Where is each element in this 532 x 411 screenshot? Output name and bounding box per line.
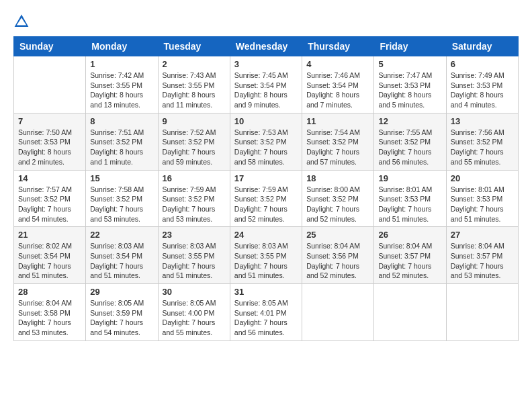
day-number: 22 bbox=[90, 230, 153, 240]
day-number: 14 bbox=[18, 173, 81, 183]
day-number: 25 bbox=[306, 230, 369, 240]
column-header-tuesday: Tuesday bbox=[158, 37, 230, 56]
day-info: Sunrise: 8:00 AM Sunset: 3:52 PM Dayligh… bbox=[306, 185, 369, 224]
day-info: Sunrise: 8:04 AM Sunset: 3:56 PM Dayligh… bbox=[306, 241, 369, 281]
day-info: Sunrise: 7:51 AM Sunset: 3:52 PM Dayligh… bbox=[90, 128, 153, 167]
column-header-friday: Friday bbox=[374, 37, 446, 56]
day-info: Sunrise: 8:02 AM Sunset: 3:54 PM Dayligh… bbox=[18, 241, 81, 281]
column-header-thursday: Thursday bbox=[302, 37, 374, 56]
calendar-week-row: 28Sunrise: 8:04 AM Sunset: 3:58 PM Dayli… bbox=[14, 284, 519, 341]
calendar-cell: 8Sunrise: 7:51 AM Sunset: 3:52 PM Daylig… bbox=[86, 113, 158, 170]
calendar-cell: 11Sunrise: 7:54 AM Sunset: 3:52 PM Dayli… bbox=[302, 113, 374, 170]
calendar-cell: 18Sunrise: 8:00 AM Sunset: 3:52 PM Dayli… bbox=[302, 170, 374, 227]
day-info: Sunrise: 8:01 AM Sunset: 3:53 PM Dayligh… bbox=[451, 185, 514, 224]
day-info: Sunrise: 8:05 AM Sunset: 4:01 PM Dayligh… bbox=[234, 298, 298, 338]
calendar-cell: 25Sunrise: 8:04 AM Sunset: 3:56 PM Dayli… bbox=[302, 227, 374, 284]
day-number: 31 bbox=[234, 287, 298, 297]
calendar-cell: 4Sunrise: 7:46 AM Sunset: 3:54 PM Daylig… bbox=[302, 56, 374, 113]
day-info: Sunrise: 7:57 AM Sunset: 3:52 PM Dayligh… bbox=[18, 185, 81, 224]
day-number: 27 bbox=[451, 230, 514, 240]
header bbox=[13, 13, 519, 30]
calendar-cell: 1Sunrise: 7:42 AM Sunset: 3:55 PM Daylig… bbox=[86, 56, 158, 113]
day-info: Sunrise: 7:54 AM Sunset: 3:52 PM Dayligh… bbox=[306, 128, 369, 167]
calendar-cell: 29Sunrise: 8:05 AM Sunset: 3:59 PM Dayli… bbox=[86, 284, 158, 341]
day-number: 4 bbox=[306, 59, 369, 69]
calendar-cell: 2Sunrise: 7:43 AM Sunset: 3:55 PM Daylig… bbox=[158, 56, 230, 113]
calendar-cell: 17Sunrise: 7:59 AM Sunset: 3:52 PM Dayli… bbox=[230, 170, 302, 227]
day-number: 23 bbox=[163, 230, 226, 240]
day-number: 5 bbox=[378, 59, 441, 69]
column-header-sunday: Sunday bbox=[14, 37, 86, 56]
calendar-week-row: 21Sunrise: 8:02 AM Sunset: 3:54 PM Dayli… bbox=[14, 227, 519, 284]
calendar-week-row: 1Sunrise: 7:42 AM Sunset: 3:55 PM Daylig… bbox=[14, 56, 519, 113]
day-info: Sunrise: 7:47 AM Sunset: 3:53 PM Dayligh… bbox=[378, 71, 441, 110]
day-number: 30 bbox=[163, 287, 226, 297]
day-number: 19 bbox=[378, 173, 441, 183]
day-number: 7 bbox=[18, 116, 81, 126]
calendar-cell: 23Sunrise: 8:03 AM Sunset: 3:55 PM Dayli… bbox=[158, 227, 230, 284]
day-number: 20 bbox=[451, 173, 514, 183]
day-info: Sunrise: 7:49 AM Sunset: 3:53 PM Dayligh… bbox=[451, 71, 514, 110]
day-number: 13 bbox=[451, 116, 514, 126]
day-info: Sunrise: 7:50 AM Sunset: 3:53 PM Dayligh… bbox=[18, 128, 81, 167]
calendar-cell: 19Sunrise: 8:01 AM Sunset: 3:53 PM Dayli… bbox=[374, 170, 446, 227]
calendar-cell: 26Sunrise: 8:04 AM Sunset: 3:57 PM Dayli… bbox=[374, 227, 446, 284]
day-number: 12 bbox=[378, 116, 441, 126]
calendar-cell: 30Sunrise: 8:05 AM Sunset: 4:00 PM Dayli… bbox=[158, 284, 230, 341]
calendar-cell: 12Sunrise: 7:55 AM Sunset: 3:52 PM Dayli… bbox=[374, 113, 446, 170]
day-info: Sunrise: 8:04 AM Sunset: 3:58 PM Dayligh… bbox=[18, 298, 81, 338]
day-number: 15 bbox=[90, 173, 153, 183]
calendar-cell: 28Sunrise: 8:04 AM Sunset: 3:58 PM Dayli… bbox=[14, 284, 86, 341]
calendar-table: SundayMondayTuesdayWednesdayThursdayFrid… bbox=[13, 36, 519, 341]
calendar-cell: 31Sunrise: 8:05 AM Sunset: 4:01 PM Dayli… bbox=[230, 284, 302, 341]
day-info: Sunrise: 7:59 AM Sunset: 3:52 PM Dayligh… bbox=[234, 185, 298, 224]
calendar-cell: 3Sunrise: 7:45 AM Sunset: 3:54 PM Daylig… bbox=[230, 56, 302, 113]
column-header-saturday: Saturday bbox=[446, 37, 518, 56]
column-header-wednesday: Wednesday bbox=[230, 37, 302, 56]
logo-icon bbox=[13, 13, 30, 30]
calendar-cell: 13Sunrise: 7:56 AM Sunset: 3:52 PM Dayli… bbox=[446, 113, 518, 170]
calendar-cell: 5Sunrise: 7:47 AM Sunset: 3:53 PM Daylig… bbox=[374, 56, 446, 113]
day-number: 9 bbox=[163, 116, 226, 126]
day-info: Sunrise: 8:03 AM Sunset: 3:55 PM Dayligh… bbox=[234, 241, 298, 281]
calendar-cell: 7Sunrise: 7:50 AM Sunset: 3:53 PM Daylig… bbox=[14, 113, 86, 170]
day-info: Sunrise: 8:05 AM Sunset: 3:59 PM Dayligh… bbox=[90, 298, 153, 338]
day-number: 2 bbox=[163, 59, 226, 69]
calendar-week-row: 14Sunrise: 7:57 AM Sunset: 3:52 PM Dayli… bbox=[14, 170, 519, 227]
calendar-cell: 24Sunrise: 8:03 AM Sunset: 3:55 PM Dayli… bbox=[230, 227, 302, 284]
day-info: Sunrise: 8:04 AM Sunset: 3:57 PM Dayligh… bbox=[378, 241, 441, 281]
calendar-cell: 16Sunrise: 7:59 AM Sunset: 3:52 PM Dayli… bbox=[158, 170, 230, 227]
day-info: Sunrise: 7:55 AM Sunset: 3:52 PM Dayligh… bbox=[378, 128, 441, 167]
day-number: 16 bbox=[163, 173, 226, 183]
day-number: 21 bbox=[18, 230, 81, 240]
calendar-cell: 22Sunrise: 8:03 AM Sunset: 3:54 PM Dayli… bbox=[86, 227, 158, 284]
column-header-monday: Monday bbox=[86, 37, 158, 56]
day-info: Sunrise: 7:53 AM Sunset: 3:52 PM Dayligh… bbox=[234, 128, 298, 167]
calendar-cell: 20Sunrise: 8:01 AM Sunset: 3:53 PM Dayli… bbox=[446, 170, 518, 227]
day-info: Sunrise: 7:43 AM Sunset: 3:55 PM Dayligh… bbox=[163, 71, 226, 110]
day-number: 18 bbox=[306, 173, 369, 183]
calendar-cell bbox=[302, 284, 374, 341]
day-number: 11 bbox=[306, 116, 369, 126]
calendar-week-row: 7Sunrise: 7:50 AM Sunset: 3:53 PM Daylig… bbox=[14, 113, 519, 170]
day-number: 24 bbox=[234, 230, 298, 240]
day-info: Sunrise: 8:04 AM Sunset: 3:57 PM Dayligh… bbox=[451, 241, 514, 281]
day-info: Sunrise: 7:46 AM Sunset: 3:54 PM Dayligh… bbox=[306, 71, 369, 110]
calendar-cell: 6Sunrise: 7:49 AM Sunset: 3:53 PM Daylig… bbox=[446, 56, 518, 113]
day-info: Sunrise: 7:45 AM Sunset: 3:54 PM Dayligh… bbox=[234, 71, 298, 110]
day-number: 1 bbox=[90, 59, 153, 69]
calendar-header-row: SundayMondayTuesdayWednesdayThursdayFrid… bbox=[14, 37, 519, 56]
day-info: Sunrise: 8:03 AM Sunset: 3:55 PM Dayligh… bbox=[163, 241, 226, 281]
day-number: 26 bbox=[378, 230, 441, 240]
day-number: 10 bbox=[234, 116, 298, 126]
day-info: Sunrise: 7:42 AM Sunset: 3:55 PM Dayligh… bbox=[90, 71, 153, 110]
calendar-cell: 21Sunrise: 8:02 AM Sunset: 3:54 PM Dayli… bbox=[14, 227, 86, 284]
calendar-cell bbox=[446, 284, 518, 341]
day-info: Sunrise: 7:59 AM Sunset: 3:52 PM Dayligh… bbox=[163, 185, 226, 224]
logo bbox=[13, 13, 32, 30]
day-info: Sunrise: 8:03 AM Sunset: 3:54 PM Dayligh… bbox=[90, 241, 153, 281]
calendar-cell: 27Sunrise: 8:04 AM Sunset: 3:57 PM Dayli… bbox=[446, 227, 518, 284]
calendar-cell: 14Sunrise: 7:57 AM Sunset: 3:52 PM Dayli… bbox=[14, 170, 86, 227]
calendar-cell bbox=[14, 56, 86, 113]
calendar-cell: 9Sunrise: 7:52 AM Sunset: 3:52 PM Daylig… bbox=[158, 113, 230, 170]
